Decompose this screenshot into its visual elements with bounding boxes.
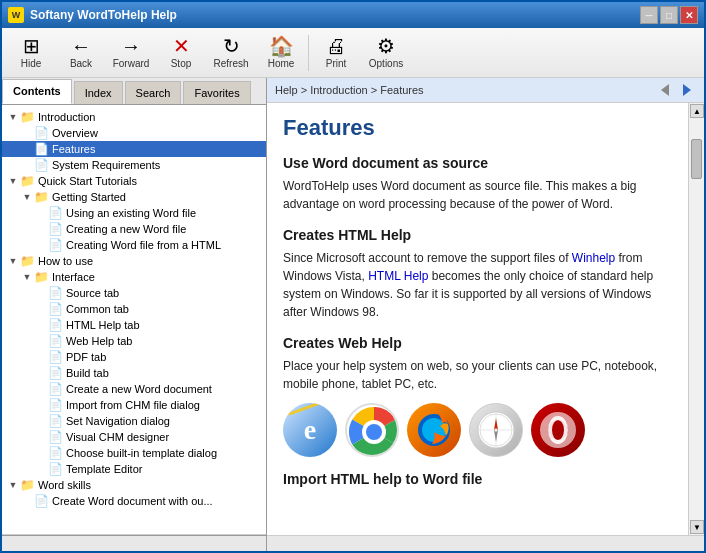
back-icon: ← <box>71 36 91 56</box>
section1-heading: Use Word document as source <box>283 155 672 171</box>
main-area: Contents Index Search Favorites ▼ 📁 Intr… <box>2 78 704 551</box>
next-arrow-button[interactable] <box>678 81 696 99</box>
right-panel: Help > Introduction > Features Features … <box>267 78 704 551</box>
leaf-icon <box>34 464 48 474</box>
tree-item-createnew[interactable]: 📄 Create a new Word document <box>2 381 266 397</box>
tree-label: Import from CHM file dialog <box>66 399 200 411</box>
tree-item-introduction[interactable]: ▼ 📁 Introduction <box>2 109 266 125</box>
prev-arrow-button[interactable] <box>656 81 674 99</box>
toolbar-separator <box>308 35 309 71</box>
tab-favorites[interactable]: Favorites <box>183 81 250 104</box>
tree-label: PDF tab <box>66 351 106 363</box>
close-button[interactable]: ✕ <box>680 6 698 24</box>
tree-item-webhelptab[interactable]: 📄 Web Help tab <box>2 333 266 349</box>
doc-icon: 📄 <box>48 462 63 476</box>
tree-item-importchm[interactable]: 📄 Import from CHM file dialog <box>2 397 266 413</box>
tree-item-commontab[interactable]: 📄 Common tab <box>2 301 266 317</box>
refresh-button[interactable]: ↻ Refresh <box>206 31 256 75</box>
right-scrollbar[interactable]: ▲ ▼ <box>688 103 704 535</box>
refresh-icon: ↻ <box>223 36 240 56</box>
breadcrumb-bar: Help > Introduction > Features <box>267 78 704 103</box>
print-button[interactable]: 🖨 Print <box>311 31 361 75</box>
section2-heading: Creates HTML Help <box>283 227 672 243</box>
folder-icon: 📁 <box>20 478 35 492</box>
tree-item-wordskills[interactable]: ▼ 📁 Word skills <box>2 477 266 493</box>
home-button[interactable]: 🏠 Home <box>256 31 306 75</box>
scroll-down-button[interactable]: ▼ <box>690 520 704 534</box>
tree-item-templateeditor[interactable]: 📄 Template Editor <box>2 461 266 477</box>
stop-button[interactable]: ✕ Stop <box>156 31 206 75</box>
tree-label: System Requirements <box>52 159 160 171</box>
browser-icons: e <box>283 403 672 457</box>
tree-item-overview[interactable]: 📄 Overview <box>2 125 266 141</box>
expand-icon: ▼ <box>6 176 20 186</box>
doc-icon: 📄 <box>48 334 63 348</box>
back-button[interactable]: ← Back <box>56 31 106 75</box>
maximize-button[interactable]: □ <box>660 6 678 24</box>
doc-icon: 📄 <box>48 430 63 444</box>
tree-label: Overview <box>52 127 98 139</box>
doc-icon: 📄 <box>48 350 63 364</box>
tree-item-fromhtml[interactable]: 📄 Creating Word file from a HTML <box>2 237 266 253</box>
tab-index[interactable]: Index <box>74 81 123 104</box>
scroll-up-button[interactable]: ▲ <box>690 104 704 118</box>
tree-item-creating[interactable]: 📄 Creating a new Word file <box>2 221 266 237</box>
tree-item-pdftab[interactable]: 📄 PDF tab <box>2 349 266 365</box>
bottom-scrollbar[interactable] <box>267 535 704 551</box>
tree-item-sysreq[interactable]: 📄 System Requirements <box>2 157 266 173</box>
tree-item-buildtab[interactable]: 📄 Build tab <box>2 365 266 381</box>
tree-item-createwithout[interactable]: 📄 Create Word document with ou... <box>2 493 266 509</box>
folder-icon: 📁 <box>20 174 35 188</box>
tree-item-sourcetab[interactable]: 📄 Source tab <box>2 285 266 301</box>
leaf-icon <box>34 288 48 298</box>
section4-heading: Import HTML help to Word file <box>283 471 672 487</box>
tree-item-quickstart[interactable]: ▼ 📁 Quick Start Tutorials <box>2 173 266 189</box>
tree-item-htmlhelptab[interactable]: 📄 HTML Help tab <box>2 317 266 333</box>
svg-marker-1 <box>683 84 691 96</box>
ie-icon: e <box>283 403 337 457</box>
tree-item-visualchm[interactable]: 📄 Visual CHM designer <box>2 429 266 445</box>
options-button[interactable]: ⚙ Options <box>361 31 411 75</box>
tab-bar: Contents Index Search Favorites <box>2 78 266 105</box>
tree-horizontal-scrollbar[interactable] <box>2 535 266 551</box>
tree-item-existing[interactable]: 📄 Using an existing Word file <box>2 205 266 221</box>
stop-icon: ✕ <box>173 36 190 56</box>
tree-view[interactable]: ▼ 📁 Introduction 📄 Overview 📄 Features <box>2 105 266 535</box>
minimize-button[interactable]: ─ <box>640 6 658 24</box>
scroll-thumb[interactable] <box>691 139 702 179</box>
tree-label: How to use <box>38 255 93 267</box>
tree-label: Interface <box>52 271 95 283</box>
tree-label: Using an existing Word file <box>66 207 196 219</box>
forward-icon: → <box>121 36 141 56</box>
section2-text: Since Microsoft account to remove the su… <box>283 249 672 321</box>
winhelp-link[interactable]: Winhelp <box>572 251 615 265</box>
hide-button[interactable]: ⊞ Hide <box>6 31 56 75</box>
app-icon: W <box>8 7 24 23</box>
folder-icon: 📁 <box>34 270 49 284</box>
doc-icon: 📄 <box>48 382 63 396</box>
leaf-icon <box>34 208 48 218</box>
tree-item-howtouse[interactable]: ▼ 📁 How to use <box>2 253 266 269</box>
tab-contents[interactable]: Contents <box>2 79 72 104</box>
tree-item-gettingstarted[interactable]: ▼ 📁 Getting Started <box>2 189 266 205</box>
forward-button[interactable]: → Forward <box>106 31 156 75</box>
window-controls: ─ □ ✕ <box>640 6 698 24</box>
tree-label: Features <box>52 143 95 155</box>
leaf-icon <box>34 352 48 362</box>
tree-label: Choose built-in template dialog <box>66 447 217 459</box>
tree-item-choosetemplate[interactable]: 📄 Choose built-in template dialog <box>2 445 266 461</box>
section3-heading: Creates Web Help <box>283 335 672 351</box>
tree-label: HTML Help tab <box>66 319 140 331</box>
expand-icon: ▼ <box>20 272 34 282</box>
tree-item-interface[interactable]: ▼ 📁 Interface <box>2 269 266 285</box>
htmlhelp-link[interactable]: HTML Help <box>368 269 428 283</box>
doc-icon: 📄 <box>48 206 63 220</box>
tree-item-setnav[interactable]: 📄 Set Navigation dialog <box>2 413 266 429</box>
doc-icon: 📄 <box>48 238 63 252</box>
section3-text: Place your help system on web, so your c… <box>283 357 672 393</box>
leaf-icon <box>34 400 48 410</box>
leaf-icon <box>34 304 48 314</box>
tab-search[interactable]: Search <box>125 81 182 104</box>
tree-item-features[interactable]: 📄 Features <box>2 141 266 157</box>
folder-icon: 📁 <box>20 110 35 124</box>
